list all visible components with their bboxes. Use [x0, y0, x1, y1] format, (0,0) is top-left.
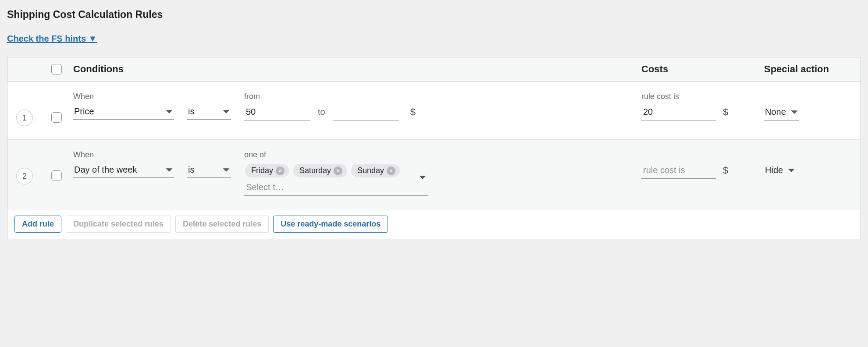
delete-rules-button[interactable]: Delete selected rules [175, 216, 269, 233]
operator-select[interactable]: is [187, 162, 231, 178]
chevron-down-icon [165, 165, 173, 175]
tag-chip: Sunday ✕ [351, 164, 400, 177]
multiselect-search-input[interactable] [245, 182, 427, 193]
when-select[interactable]: Day of the week [73, 162, 174, 178]
days-multiselect[interactable]: Friday ✕ Saturday ✕ Sunday ✕ [244, 162, 428, 196]
when-label: When [73, 92, 174, 101]
rule-row: 1 When Price is [7, 81, 861, 140]
page-title: Shipping Cost Calculation Rules [7, 9, 861, 21]
one-of-label: one of [244, 150, 428, 159]
hints-link[interactable]: Check the FS hints ▼ [7, 34, 97, 44]
when-select-value: Day of the week [74, 165, 137, 175]
rule-select-checkbox[interactable] [51, 170, 62, 181]
chevron-down-icon[interactable] [419, 174, 427, 182]
column-header-costs: Costs [641, 64, 764, 75]
remove-tag-icon[interactable]: ✕ [276, 166, 285, 175]
chevron-down-icon [222, 165, 230, 175]
chevron-down-icon [787, 165, 795, 175]
use-scenarios-button[interactable]: Use ready-made scenarios [273, 216, 388, 233]
special-action-select[interactable]: None [764, 105, 799, 121]
chevron-down-icon [222, 106, 230, 117]
duplicate-rules-button[interactable]: Duplicate selected rules [66, 216, 171, 233]
footer-bar: Add rule Duplicate selected rules Delete… [7, 209, 861, 239]
rule-select-checkbox[interactable] [51, 112, 62, 123]
to-input[interactable] [333, 104, 399, 120]
rule-cost-input[interactable] [641, 162, 716, 179]
when-select-value: Price [74, 106, 94, 117]
chevron-down-icon [165, 106, 173, 117]
special-action-value: None [765, 107, 786, 117]
rule-index-badge: 1 [16, 110, 33, 126]
operator-select-value: is [188, 165, 194, 175]
add-rule-button[interactable]: Add rule [14, 216, 61, 233]
tag-chip: Friday ✕ [245, 164, 289, 177]
rule-row: 2 When Day of the week is [7, 140, 861, 209]
column-header-conditions: Conditions [73, 64, 641, 75]
when-label: When [73, 150, 174, 159]
special-action-value: Hide [765, 165, 783, 175]
column-header-special-action: Special action [764, 64, 852, 75]
from-label: from [244, 92, 416, 101]
special-action-select[interactable]: Hide [764, 163, 796, 179]
table-header: Conditions Costs Special action [7, 57, 861, 81]
rule-index-badge: 2 [16, 168, 33, 184]
rules-table: Conditions Costs Special action 1 When P… [7, 57, 861, 239]
rule-cost-label: rule cost is [641, 92, 764, 101]
select-all-checkbox[interactable] [51, 64, 62, 74]
from-input[interactable] [244, 104, 310, 120]
currency-symbol: $ [723, 106, 728, 120]
operator-select[interactable]: is [187, 104, 231, 120]
currency-symbol: $ [723, 165, 728, 179]
remove-tag-icon[interactable]: ✕ [387, 166, 395, 175]
operator-select-value: is [188, 106, 194, 117]
tag-chip: Saturday ✕ [293, 164, 347, 177]
to-label: to [318, 107, 325, 120]
remove-tag-icon[interactable]: ✕ [334, 166, 342, 175]
chevron-down-icon [790, 107, 798, 117]
currency-symbol: $ [410, 106, 416, 120]
when-select[interactable]: Price [73, 104, 174, 120]
rule-cost-input[interactable] [641, 104, 716, 120]
